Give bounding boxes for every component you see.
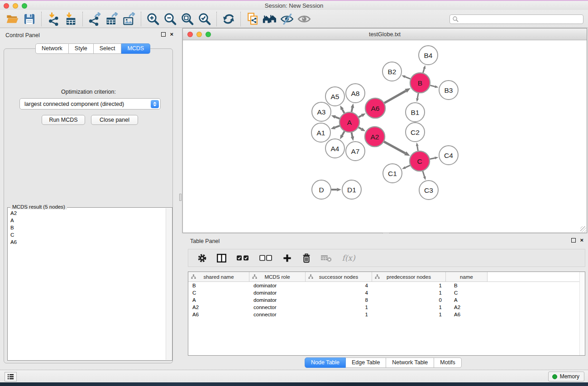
- function-builder-button[interactable]: f(x): [339, 252, 358, 264]
- window-resize-grip[interactable]: [580, 226, 586, 232]
- run-mcds-button[interactable]: Run MCDS: [42, 115, 85, 125]
- edge-A-A6[interactable]: [359, 115, 362, 117]
- column-header-successor-nodes[interactable]: successor nodes: [306, 272, 372, 282]
- node-A7[interactable]: A7: [346, 142, 365, 161]
- save-session-button[interactable]: [21, 11, 38, 27]
- mcds-result-item[interactable]: A: [9, 217, 165, 224]
- node-C2[interactable]: C2: [406, 123, 425, 142]
- search-field[interactable]: [449, 14, 583, 24]
- node-A6[interactable]: A6: [365, 98, 385, 118]
- mcds-result-item[interactable]: A6: [9, 238, 165, 246]
- edge-A6-B[interactable]: [384, 91, 406, 103]
- close-panel-icon[interactable]: ×: [170, 32, 173, 37]
- node-A1[interactable]: A1: [311, 123, 330, 142]
- tab-node-table[interactable]: Node Table: [305, 357, 346, 368]
- tab-select[interactable]: Select: [94, 43, 122, 54]
- mcds-list-scrollbar[interactable]: [166, 208, 172, 360]
- memory-button[interactable]: Memory: [548, 372, 584, 381]
- tab-network-table[interactable]: Network Table: [386, 357, 434, 368]
- node-A4[interactable]: A4: [325, 139, 344, 158]
- edge-A-A5[interactable]: [342, 109, 344, 113]
- tab-network[interactable]: Network: [35, 43, 69, 54]
- edge-A-A7[interactable]: [352, 133, 353, 137]
- zoom-fit-button[interactable]: [179, 11, 196, 27]
- node-A8[interactable]: A8: [346, 84, 365, 103]
- float-table-panel-icon[interactable]: [571, 238, 576, 243]
- column-header-shared-name[interactable]: shared name: [188, 272, 249, 282]
- column-header-mcds-role[interactable]: MCDS role: [249, 272, 306, 282]
- hide-all-columns-button[interactable]: [258, 252, 273, 264]
- table-scrollbar[interactable]: [579, 272, 585, 355]
- node-B[interactable]: B: [410, 73, 430, 93]
- refresh-button[interactable]: [220, 11, 237, 27]
- destroy-table-button[interactable]: [320, 252, 332, 264]
- export-image-button[interactable]: [120, 11, 138, 27]
- zoom-out-button[interactable]: [162, 11, 179, 27]
- table-row[interactable]: Adominator80A: [188, 296, 585, 304]
- edge-A-A8[interactable]: [352, 108, 353, 112]
- import-table-button[interactable]: [62, 11, 79, 27]
- edge-A2-C[interactable]: [384, 142, 405, 153]
- edge-B-B2[interactable]: [405, 77, 411, 79]
- mcds-result-item[interactable]: C: [9, 231, 165, 238]
- node-C1[interactable]: C1: [383, 164, 402, 183]
- hide-graphics-details-button[interactable]: [278, 11, 296, 27]
- node-B1[interactable]: B1: [406, 103, 425, 122]
- edge-C-C1[interactable]: [405, 165, 410, 167]
- show-all-columns-button[interactable]: [235, 252, 250, 264]
- node-D1[interactable]: D1: [342, 180, 361, 199]
- network-window-titlebar[interactable]: testGlobe.txt: [183, 29, 587, 40]
- clone-network-button[interactable]: [244, 11, 261, 27]
- create-column-button[interactable]: [281, 252, 293, 264]
- edge-B-B4[interactable]: [423, 69, 425, 73]
- table-row[interactable]: Bdominator41B: [188, 282, 585, 289]
- tab-edge-table[interactable]: Edge Table: [346, 357, 386, 368]
- zoom-selected-button[interactable]: [196, 11, 213, 27]
- tab-style[interactable]: Style: [69, 43, 94, 54]
- table-row[interactable]: Cdominator41C: [188, 289, 585, 296]
- column-header-predecessor-nodes[interactable]: predecessor nodes: [372, 272, 446, 282]
- search-input[interactable]: [459, 15, 583, 23]
- node-C4[interactable]: C4: [439, 146, 458, 165]
- edge-C-C4[interactable]: [430, 158, 435, 159]
- split-view-button[interactable]: [215, 252, 227, 264]
- edge-B-B3[interactable]: [430, 86, 435, 87]
- mcds-result-item[interactable]: B: [9, 224, 165, 231]
- edge-A-A3[interactable]: [335, 117, 340, 119]
- tab-motifs[interactable]: Motifs: [434, 357, 461, 368]
- edge-B-B1[interactable]: [417, 93, 418, 99]
- node-A2[interactable]: A2: [365, 127, 385, 147]
- zoom-in-button[interactable]: [144, 11, 162, 27]
- close-table-panel-icon[interactable]: ×: [580, 238, 583, 243]
- float-panel-icon[interactable]: [161, 32, 166, 37]
- delete-column-button[interactable]: [301, 252, 312, 264]
- edge-A-A4[interactable]: [342, 131, 344, 135]
- column-header-name[interactable]: name: [446, 272, 488, 282]
- edge-C-C2[interactable]: [417, 146, 418, 151]
- tab-mcds[interactable]: MCDS: [121, 43, 150, 54]
- task-history-button[interactable]: [5, 372, 17, 381]
- node-B4[interactable]: B4: [419, 46, 438, 65]
- export-network-button[interactable]: [86, 11, 103, 27]
- edge-C-C3[interactable]: [423, 171, 425, 176]
- import-network-button[interactable]: [45, 11, 62, 27]
- mcds-result-item[interactable]: A2: [9, 210, 165, 217]
- edge-A-A2[interactable]: [359, 127, 362, 129]
- node-A[interactable]: A: [339, 112, 359, 132]
- node-D[interactable]: D: [312, 180, 331, 199]
- open-session-button[interactable]: [261, 11, 278, 27]
- node-A3[interactable]: A3: [312, 102, 331, 121]
- edge-A-A1[interactable]: [335, 126, 340, 128]
- table-row[interactable]: A6connector11A6: [188, 311, 585, 318]
- close-panel-button[interactable]: Close panel: [91, 115, 138, 125]
- node-C[interactable]: C: [410, 151, 430, 171]
- table-row[interactable]: A2connector11A2: [188, 304, 585, 311]
- node-A5[interactable]: A5: [325, 87, 344, 106]
- table-settings-button[interactable]: [196, 252, 208, 264]
- vertical-splitter-grip[interactable]: [179, 194, 182, 201]
- node-B3[interactable]: B3: [439, 81, 458, 100]
- criterion-select[interactable]: largest connected component (directed): [19, 98, 161, 110]
- network-canvas[interactable]: AA1A2A3A4A5A6A7A8BB1B2B3B4CC1C2C3C4DD1: [183, 40, 587, 233]
- open-file-button[interactable]: [4, 11, 21, 27]
- node-C3[interactable]: C3: [419, 181, 438, 200]
